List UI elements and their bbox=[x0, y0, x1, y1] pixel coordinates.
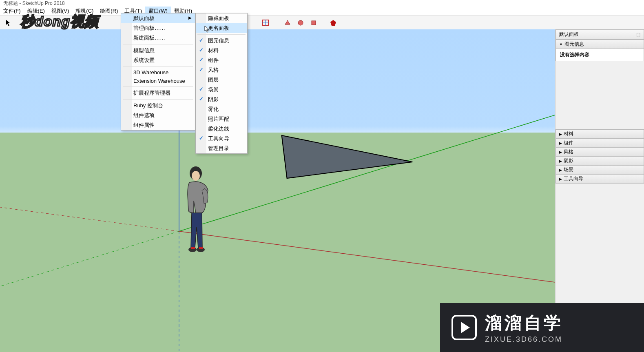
tray-header[interactable]: 默认面板 ⬚ bbox=[555, 29, 644, 40]
menu-separator bbox=[123, 99, 193, 100]
menu-draw[interactable]: 绘图(R) bbox=[97, 7, 121, 15]
materials-header[interactable]: ▶ 材料 bbox=[555, 129, 644, 139]
submenu-photo-match[interactable]: 照片匹配 bbox=[196, 114, 247, 124]
submenu-styles[interactable]: ✓风格 bbox=[196, 65, 247, 75]
tool-icon[interactable] bbox=[308, 17, 320, 29]
panel-label: 工具向导 bbox=[564, 175, 583, 182]
entity-info-header[interactable]: ▼ 图元信息 bbox=[555, 40, 644, 49]
zoom-extents-icon[interactable] bbox=[259, 17, 272, 29]
menu-ruby-console[interactable]: Ruby 控制台 bbox=[121, 101, 195, 111]
tool-icon[interactable] bbox=[294, 17, 307, 29]
svg-line-9 bbox=[179, 231, 555, 282]
scale-figure-icon bbox=[184, 166, 216, 260]
entity-info-body: 没有选择内容 bbox=[555, 49, 644, 61]
expand-icon: ▶ bbox=[559, 159, 562, 163]
check-icon: ✓ bbox=[199, 96, 204, 102]
check-icon: ✓ bbox=[199, 86, 204, 92]
svg-marker-11 bbox=[282, 135, 413, 178]
expand-icon: ▶ bbox=[559, 168, 562, 172]
select-tool-icon[interactable] bbox=[2, 17, 15, 29]
expand-icon: ▶ bbox=[559, 177, 562, 181]
menu-component-options[interactable]: 组件选项 bbox=[121, 111, 195, 120]
check-icon: ✓ bbox=[199, 57, 204, 63]
ad-sub-text: ZIXUE.3D66.COM bbox=[485, 335, 563, 344]
pin-icon[interactable]: ⬚ bbox=[636, 32, 640, 37]
expand-icon: ▶ bbox=[559, 150, 562, 154]
panel-label: 场景 bbox=[564, 166, 573, 173]
components-header[interactable]: ▶ 组件 bbox=[555, 138, 644, 148]
svg-point-3 bbox=[298, 20, 303, 25]
submenu-instructor[interactable]: ✓工具向导 bbox=[196, 134, 247, 144]
submenu-components[interactable]: ✓组件 bbox=[196, 55, 247, 65]
menu-system-settings[interactable]: 系统设置 bbox=[121, 55, 195, 65]
submenu-arrow-icon: ▶ bbox=[188, 15, 192, 20]
menu-separator bbox=[123, 86, 193, 87]
ad-banner: 溜溜自学 ZIXUE.3D66.COM bbox=[440, 303, 644, 352]
svg-rect-17 bbox=[199, 247, 203, 249]
shadows-header[interactable]: ▶ 阴影 bbox=[555, 156, 644, 166]
submenu-shadows[interactable]: ✓阴影 bbox=[196, 95, 247, 104]
no-selection-text: 没有选择内容 bbox=[560, 52, 589, 58]
menu-separator bbox=[197, 34, 246, 35]
check-icon: ✓ bbox=[199, 47, 204, 53]
panel-label: 组件 bbox=[564, 139, 573, 146]
check-icon: ✓ bbox=[199, 37, 204, 43]
panel-label: 图元信息 bbox=[564, 41, 584, 48]
menu-extension-warehouse[interactable]: Extension Warehouse bbox=[121, 77, 195, 85]
watermark-text: 秒dong视频 bbox=[20, 13, 99, 29]
menu-model-info[interactable]: 模型信息 bbox=[121, 46, 195, 55]
svg-rect-4 bbox=[312, 21, 316, 25]
panel-label: 材料 bbox=[564, 131, 573, 137]
check-icon: ✓ bbox=[199, 66, 204, 73]
submenu-rename-panel[interactable]: 更名面板 bbox=[196, 23, 247, 33]
panel-label: 阴影 bbox=[564, 157, 573, 164]
menu-component-attrs[interactable]: 组件属性 bbox=[121, 120, 195, 130]
window-dropdown: 默认面板 ▶ 管理面板…… 新建面板…… 模型信息 系统设置 3D Wareho… bbox=[121, 13, 195, 131]
submenu-entity-info[interactable]: ✓图元信息 bbox=[196, 36, 247, 46]
check-icon: ✓ bbox=[199, 135, 204, 141]
menu-default-panel[interactable]: 默认面板 ▶ bbox=[121, 13, 195, 23]
submenu-hide-panel[interactable]: 隐藏面板 bbox=[196, 13, 247, 23]
tray-title: 默认面板 bbox=[559, 31, 579, 38]
tool-icon[interactable] bbox=[281, 17, 294, 29]
expand-icon: ▶ bbox=[559, 141, 562, 145]
svg-rect-16 bbox=[191, 247, 195, 249]
play-icon bbox=[451, 315, 477, 340]
menu-3d-warehouse[interactable]: 3D Warehouse bbox=[121, 68, 195, 77]
app-title: 无标题 - SketchUp Pro 2018 bbox=[3, 0, 65, 7]
default-panel-submenu: 隐藏面板 更名面板 ✓图元信息 ✓材料 ✓组件 ✓风格 图层 ✓场景 ✓阴影 雾… bbox=[195, 13, 248, 154]
submenu-materials[interactable]: ✓材料 bbox=[196, 46, 247, 55]
instructor-header[interactable]: ▶ 工具向导 bbox=[555, 174, 644, 184]
expand-icon: ▶ bbox=[559, 132, 562, 136]
submenu-layers[interactable]: 图层 bbox=[196, 75, 247, 85]
collapse-icon: ▼ bbox=[559, 42, 563, 46]
submenu-scenes[interactable]: ✓场景 bbox=[196, 85, 247, 95]
svg-line-8 bbox=[0, 231, 179, 286]
menu-extension-manager[interactable]: 扩展程序管理器 bbox=[121, 88, 195, 98]
panel-label: 风格 bbox=[564, 148, 573, 155]
title-bar: 无标题 - SketchUp Pro 2018 bbox=[0, 0, 644, 7]
submenu-fog[interactable]: 雾化 bbox=[196, 104, 247, 114]
ad-main-text: 溜溜自学 bbox=[485, 312, 563, 334]
submenu-soften-edges[interactable]: 柔化边线 bbox=[196, 124, 247, 134]
svg-line-10 bbox=[0, 207, 179, 231]
svg-point-13 bbox=[192, 171, 200, 181]
menu-separator bbox=[123, 66, 193, 67]
ruby-icon[interactable] bbox=[327, 17, 339, 29]
submenu-manage-catalog[interactable]: 管理目录 bbox=[196, 144, 247, 153]
menu-new-panel[interactable]: 新建面板…… bbox=[121, 33, 195, 43]
menu-manage-panel[interactable]: 管理面板…… bbox=[121, 23, 195, 33]
menu-separator bbox=[123, 44, 193, 44]
watermark-logo: 秒dong视频 bbox=[20, 12, 99, 31]
scenes-header[interactable]: ▶ 场景 bbox=[555, 165, 644, 175]
styles-header[interactable]: ▶ 风格 bbox=[555, 147, 644, 157]
